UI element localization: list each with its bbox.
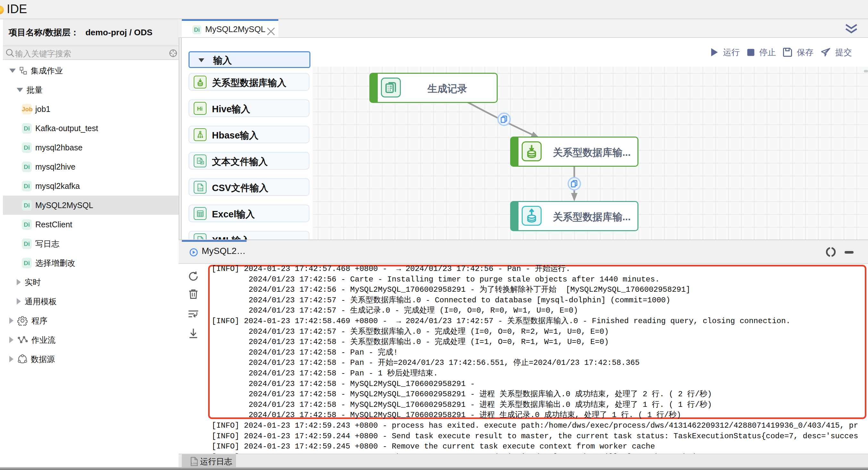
svg-text:LOG: LOG (191, 462, 197, 465)
svg-text:Hi: Hi (197, 105, 202, 112)
svg-text:CSV: CSV (198, 188, 203, 190)
